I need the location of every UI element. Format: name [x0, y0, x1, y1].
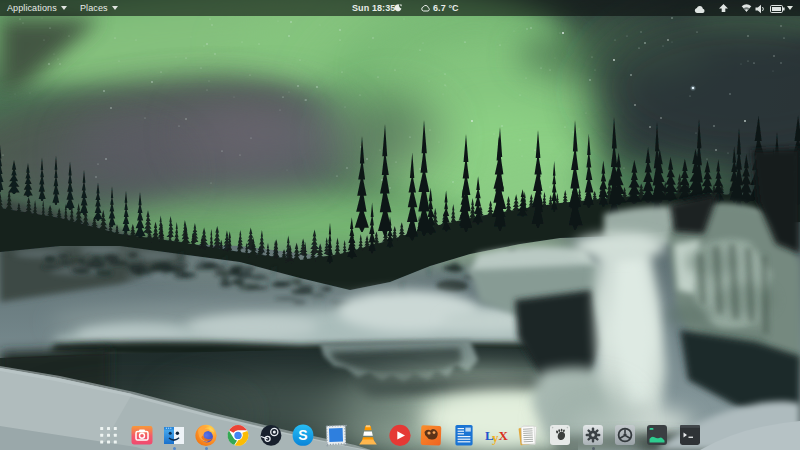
svg-text:S: S [298, 427, 307, 443]
svg-text:X: X [499, 428, 509, 443]
